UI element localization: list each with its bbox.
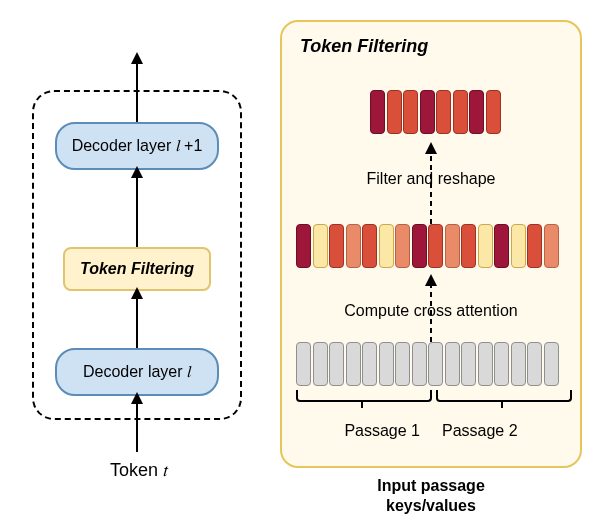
- filtered-token: [453, 90, 468, 134]
- token-filter-label: Token Filtering: [80, 260, 194, 278]
- input-token: [395, 342, 410, 386]
- input-token: [494, 342, 509, 386]
- token-filtering-detail-box: Token Filtering Filter and reshape: [280, 20, 582, 468]
- arrow-out-top: [129, 52, 145, 122]
- filtered-token: [436, 90, 451, 134]
- svg-marker-1: [131, 52, 143, 64]
- svg-marker-3: [131, 166, 143, 178]
- input-token-row: [296, 342, 559, 386]
- input-token: [362, 342, 377, 386]
- scored-token: [445, 224, 460, 268]
- filtered-token: [403, 90, 418, 134]
- arrow-bot-to-filter: [129, 287, 145, 349]
- token-t-label: Token 𝑡: [110, 460, 168, 481]
- scored-token-row: [296, 224, 559, 268]
- diagram-root: Decoder layer 𝑙 +1 Token Filtering Decod…: [0, 0, 604, 524]
- arrow-mid-to-top: [423, 142, 439, 224]
- input-token: [296, 342, 311, 386]
- svg-marker-5: [131, 287, 143, 299]
- token-filtering-module: Token Filtering: [63, 247, 211, 291]
- scored-token: [362, 224, 377, 268]
- right-title: Token Filtering: [300, 36, 428, 57]
- scored-token: [428, 224, 443, 268]
- arrow-filter-to-top: [129, 166, 145, 248]
- svg-marker-11: [425, 274, 437, 286]
- passage-2-bracket: [436, 390, 572, 402]
- scored-token: [379, 224, 394, 268]
- decoder-stack-box: Decoder layer 𝑙 +1 Token Filtering Decod…: [32, 90, 242, 420]
- scored-token: [494, 224, 509, 268]
- input-token: [428, 342, 443, 386]
- input-keys-caption: Input passage keys/values: [280, 476, 582, 516]
- filtered-token: [387, 90, 402, 134]
- passage-labels-row: Passage 1 Passage 2: [282, 422, 580, 440]
- scored-token: [329, 224, 344, 268]
- filtered-token: [469, 90, 484, 134]
- input-token: [379, 342, 394, 386]
- scored-token: [544, 224, 559, 268]
- input-token: [527, 342, 542, 386]
- scored-token: [478, 224, 493, 268]
- scored-token: [511, 224, 526, 268]
- decoder-bot-label: Decoder layer 𝑙: [83, 363, 191, 381]
- filtered-token-row: [370, 90, 501, 134]
- decoder-layer-l-plus-1: Decoder layer 𝑙 +1: [55, 122, 219, 170]
- filtered-token: [420, 90, 435, 134]
- input-token: [461, 342, 476, 386]
- scored-token: [527, 224, 542, 268]
- input-token: [313, 342, 328, 386]
- input-token: [544, 342, 559, 386]
- svg-marker-7: [131, 392, 143, 404]
- scored-token: [461, 224, 476, 268]
- passage-1-bracket: [296, 390, 432, 402]
- scored-token: [346, 224, 361, 268]
- compute-cross-attention-label: Compute cross attention: [282, 302, 580, 320]
- svg-marker-9: [425, 142, 437, 154]
- bracket-tick: [501, 400, 503, 408]
- input-token: [478, 342, 493, 386]
- scored-token: [412, 224, 427, 268]
- decoder-top-label: Decoder layer 𝑙 +1: [72, 137, 203, 155]
- input-token: [511, 342, 526, 386]
- scored-token: [395, 224, 410, 268]
- input-token: [412, 342, 427, 386]
- input-token: [346, 342, 361, 386]
- passage-2-label: Passage 2: [442, 422, 518, 440]
- scored-token: [296, 224, 311, 268]
- input-token: [445, 342, 460, 386]
- bracket-tick: [361, 400, 363, 408]
- filtered-token: [486, 90, 501, 134]
- passage-1-label: Passage 1: [344, 422, 420, 440]
- arrow-token-in: [129, 392, 145, 452]
- filtered-token: [370, 90, 385, 134]
- decoder-layer-l: Decoder layer 𝑙: [55, 348, 219, 396]
- scored-token: [313, 224, 328, 268]
- input-token: [329, 342, 344, 386]
